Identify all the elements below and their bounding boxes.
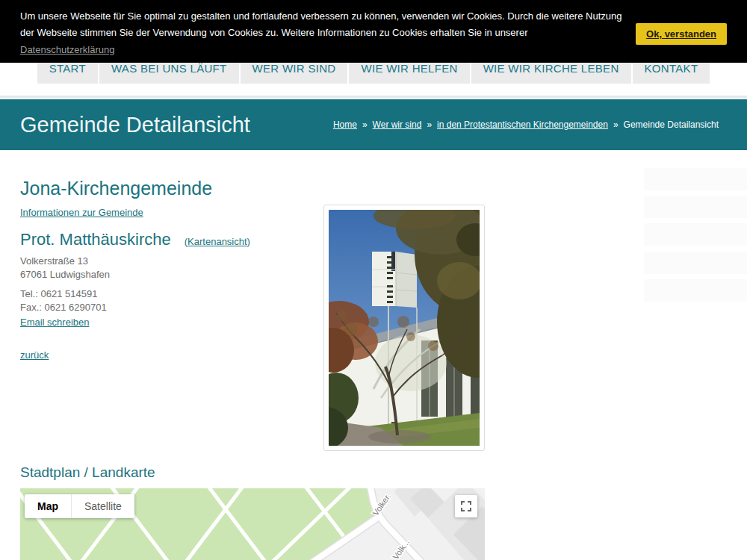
breadcrumb-separator: »: [427, 119, 432, 130]
fax-number: Fax.: 0621 6290701: [20, 302, 107, 313]
church-photo-illustration: [329, 210, 480, 446]
map-view-link-wrap: (Kartenansicht): [185, 236, 250, 247]
map-type-control: Map Satellite: [25, 494, 134, 518]
telfax-block: Tel.: 0621 514591 Fax.: 0621 6290701: [20, 287, 107, 314]
church-name: Prot. Matthäuskirche: [20, 230, 171, 249]
faded-sidebar-box: [644, 168, 747, 190]
address-block: Volkerstraße 13 67061 Ludwigshafen: [20, 255, 110, 281]
faded-sidebar-box: [644, 223, 747, 246]
back-link[interactable]: zurück: [20, 349, 49, 361]
cookie-consent-banner: Um unsere Webseite für Sie optimal zu ge…: [0, 0, 747, 63]
page-title: Gemeinde Detailansicht: [20, 113, 250, 137]
map-view-link[interactable]: Kartenansicht: [187, 236, 247, 247]
satellite-button[interactable]: Satellite: [71, 494, 134, 518]
address-city: 67061 Ludwigshafen: [20, 269, 110, 280]
cookie-text-line1: Um unsere Webseite für Sie optimal zu ge…: [20, 8, 598, 25]
email-link[interactable]: Email schreiben: [20, 317, 90, 328]
breadcrumb: Home » Wer wir sind » in den Protestanti…: [333, 119, 719, 130]
band-top-divider: [0, 96, 747, 98]
cookie-text-line2: der Webseite stimmen Sie der Verwendung …: [20, 25, 598, 41]
privacy-policy-link[interactable]: Datenschutzerklärung: [20, 41, 114, 58]
map-section-heading: Stadtplan / Landkarte: [20, 464, 155, 481]
breadcrumb-kirchengemeinden[interactable]: in den Protestantischen Kirchengemeinden: [437, 119, 608, 130]
breadcrumb-home[interactable]: Home: [333, 119, 357, 130]
breadcrumb-separator: »: [362, 119, 368, 130]
page-title-band: Gemeinde Detailansicht Home » Wer wir si…: [0, 99, 747, 150]
church-photo: [323, 205, 485, 451]
cookie-accept-button[interactable]: Ok, verstanden: [636, 23, 727, 45]
address-street: Volkerstraße 13: [20, 255, 88, 267]
paren-close: ): [247, 236, 250, 247]
google-map[interactable]: Volker. Volk... Map Satellite: [20, 488, 485, 560]
breadcrumb-current: Gemeinde Detailansicht: [624, 119, 719, 130]
fullscreen-icon: [461, 501, 471, 511]
faded-sidebar-box: [644, 279, 747, 302]
community-info-link[interactable]: Informationen zur Gemeinde: [20, 207, 143, 218]
breadcrumb-separator: »: [613, 119, 619, 130]
faded-sidebar-box: [644, 196, 747, 218]
church-heading-row: Prot. Matthäuskirche (Kartenansicht): [20, 230, 250, 249]
telephone-number: Tel.: 0621 514591: [20, 288, 97, 299]
map-button[interactable]: Map: [25, 494, 71, 518]
faded-sidebar-box: [644, 252, 747, 274]
community-title: Jona-Kirchengemeinde: [20, 178, 212, 199]
fullscreen-button[interactable]: [455, 495, 477, 517]
page-root: START WAS BEI UNS LÄUFT WER WIR SIND WIE…: [0, 0, 747, 560]
breadcrumb-wer-wir-sind[interactable]: Wer wir sind: [373, 119, 422, 130]
